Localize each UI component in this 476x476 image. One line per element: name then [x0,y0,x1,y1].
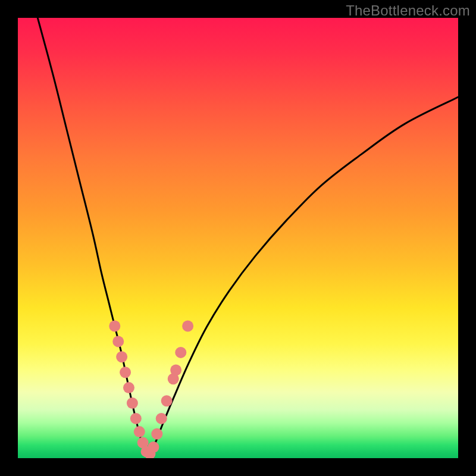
data-point [116,351,127,362]
data-point [134,426,145,437]
data-point [182,321,193,332]
data-point [127,397,138,409]
data-point [156,413,167,424]
curve-layer [18,18,458,458]
watermark-text: TheBottleneck.com [346,2,470,19]
data-point [123,382,134,393]
plot-area [18,18,458,458]
data-point [130,413,142,424]
chart-frame: TheBottleneck.com [0,0,476,476]
data-point [161,395,173,406]
data-point [112,336,124,347]
data-point [170,365,181,376]
data-point [120,367,131,378]
bottleneck-curve [37,18,458,456]
data-point [151,428,162,440]
v-curve [37,18,458,456]
marker-group [109,321,193,459]
data-point [109,321,120,332]
data-point [175,347,186,358]
data-point [148,441,159,453]
